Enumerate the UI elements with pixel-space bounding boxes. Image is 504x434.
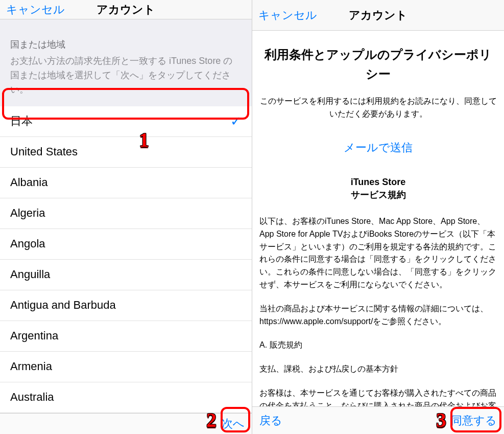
- country-name: Albania: [10, 176, 47, 189]
- left-footer: 次へ: [0, 413, 252, 434]
- country-name: United States: [10, 145, 78, 158]
- country-item[interactable]: Albania: [0, 168, 252, 198]
- right-header: キャンセル アカウント: [252, 0, 504, 31]
- terms-paragraph: 支払、課税、および払戻しの基本方針: [259, 363, 497, 376]
- next-button[interactable]: 次へ: [222, 416, 245, 431]
- left-header: キャンセル アカウント: [0, 0, 252, 19]
- right-footer: 戻る 同意する: [252, 406, 504, 434]
- country-name: Angola: [10, 237, 45, 250]
- header-title: アカウント: [349, 8, 407, 23]
- agree-button[interactable]: 同意する: [451, 413, 497, 428]
- left-screen: キャンセル アカウント 国または地域 お支払い方法の請求先住所と一致する iTu…: [0, 0, 252, 434]
- country-item[interactable]: Armenia: [0, 352, 252, 382]
- terms-note: このサービスを利用するには利用規約をお読みになり、同意していただく必要があります…: [259, 95, 497, 121]
- country-item[interactable]: United States: [0, 137, 252, 168]
- terms-paragraph: 以下は、お客様のiTunes Store、Mac App Store、App S…: [259, 215, 497, 291]
- country-item[interactable]: Australia: [0, 382, 252, 413]
- country-name: 日本: [10, 113, 33, 129]
- terms-paragraph: 当社の商品および本サービスに関する情報の詳細については、https://www.…: [259, 303, 497, 328]
- cancel-button[interactable]: キャンセル: [6, 2, 65, 17]
- country-name: Anguilla: [10, 268, 50, 281]
- country-name: Argentina: [10, 329, 58, 342]
- terms-paragraph: A. 販売規約: [259, 339, 497, 352]
- country-item[interactable]: Angola: [0, 229, 252, 260]
- store-subtitle: サービス規約: [259, 189, 497, 201]
- country-item-japan[interactable]: 日本 ✓: [0, 106, 252, 137]
- country-item[interactable]: Argentina: [0, 321, 252, 352]
- country-item[interactable]: Antigua and Barbuda: [0, 290, 252, 321]
- terms-body: 利用条件とアップルのプライバシーポリシー このサービスを利用するには利用規約をお…: [252, 31, 504, 406]
- country-name: Australia: [10, 391, 54, 404]
- country-item[interactable]: Algeria: [0, 198, 252, 229]
- section-label: 国または地域: [10, 38, 242, 52]
- mail-link[interactable]: メールで送信: [259, 140, 497, 155]
- country-name: Armenia: [10, 360, 52, 373]
- terms-paragraph: お客様は、本サービスを通じてお客様が購入されたすべての商品の代金を支払うこと、な…: [259, 387, 497, 406]
- header-title: アカウント: [97, 2, 155, 17]
- store-title: iTunes Store: [259, 177, 497, 188]
- section-description: 国または地域 お支払い方法の請求先住所と一致する iTunes Store の国…: [0, 19, 252, 106]
- country-list: 日本 ✓ United States Albania Algeria Angol…: [0, 106, 252, 413]
- right-screen: キャンセル アカウント 利用条件とアップルのプライバシーポリシー このサービスを…: [252, 0, 504, 434]
- country-item[interactable]: Anguilla: [0, 260, 252, 290]
- country-name: Algeria: [10, 207, 45, 220]
- terms-heading: 利用条件とアップルのプライバシーポリシー: [259, 45, 497, 84]
- back-button[interactable]: 戻る: [259, 413, 282, 428]
- check-icon: ✓: [230, 113, 242, 129]
- section-text: お支払い方法の請求先住所と一致する iTunes Store の国または地域を選…: [10, 56, 232, 95]
- country-name: Antigua and Barbuda: [10, 299, 116, 312]
- cancel-button[interactable]: キャンセル: [258, 8, 317, 23]
